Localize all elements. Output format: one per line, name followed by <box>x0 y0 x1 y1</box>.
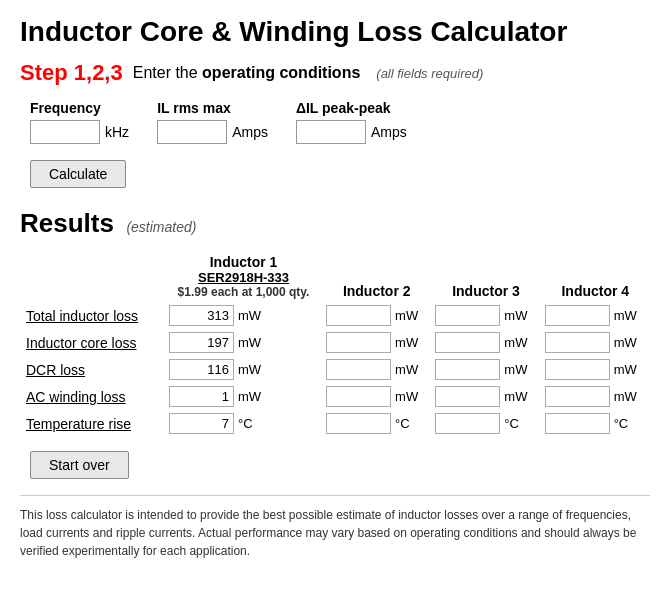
step-label: Step 1,2,3 <box>20 60 123 86</box>
delta-il-label: ΔIL peak-peak <box>296 100 407 116</box>
frequency-group: Frequency 200 kHz <box>30 100 129 144</box>
value-cell-row2-col1: mW <box>322 356 431 383</box>
value-unit-row0-col2: mW <box>504 308 527 323</box>
row-label-4[interactable]: Temperature rise <box>26 416 139 432</box>
row-label-0[interactable]: Total inductor loss <box>26 308 146 324</box>
disclaimer-text: This loss calculator is intended to prov… <box>20 495 650 560</box>
value-input-row1-col2[interactable] <box>435 332 500 353</box>
value-unit-row0-col1: mW <box>395 308 418 323</box>
value-input-row3-col1[interactable] <box>326 386 391 407</box>
value-unit-row4-col2: °C <box>504 416 524 431</box>
il-rms-unit: Amps <box>232 124 268 140</box>
inductor1-price: $1.99 each at 1,000 qty. <box>171 285 316 299</box>
value-input-row2-col1[interactable] <box>326 359 391 380</box>
table-row: Total inductor lossmWmWmWmW <box>20 302 650 329</box>
required-note: (all fields required) <box>376 66 483 81</box>
value-unit-row2-col2: mW <box>504 362 527 377</box>
value-input-row0-col0[interactable] <box>169 305 234 326</box>
value-cell-row0-col3: mW <box>541 302 650 329</box>
row-label-3[interactable]: AC winding loss <box>26 389 134 405</box>
value-input-row3-col0[interactable] <box>169 386 234 407</box>
table-row: Temperature rise°C°C°C°C <box>20 410 650 437</box>
value-unit-row1-col0: mW <box>238 335 261 350</box>
il-rms-label: IL rms max <box>157 100 268 116</box>
col-inductor2-header: Inductor 2 <box>322 251 431 302</box>
value-input-row0-col1[interactable] <box>326 305 391 326</box>
value-input-row2-col2[interactable] <box>435 359 500 380</box>
value-input-row4-col3[interactable] <box>545 413 610 434</box>
row-label-1[interactable]: Inductor core loss <box>26 335 145 351</box>
delta-il-unit: Amps <box>371 124 407 140</box>
value-unit-row3-col1: mW <box>395 389 418 404</box>
delta-il-group: ΔIL peak-peak 3.00 Amps <box>296 100 407 144</box>
value-cell-row4-col2: °C <box>431 410 540 437</box>
value-cell-row1-col0: mW <box>165 329 322 356</box>
value-cell-row1-col1: mW <box>322 329 431 356</box>
value-cell-row3-col0: mW <box>165 383 322 410</box>
value-input-row1-col0[interactable] <box>169 332 234 353</box>
value-cell-row4-col0: °C <box>165 410 322 437</box>
value-cell-row3-col2: mW <box>431 383 540 410</box>
value-unit-row2-col0: mW <box>238 362 261 377</box>
value-input-row4-col2[interactable] <box>435 413 500 434</box>
results-table: Inductor 1 SER2918H-333 $1.99 each at 1,… <box>20 251 650 437</box>
frequency-input[interactable]: 200 <box>30 120 100 144</box>
value-unit-row2-col3: mW <box>614 362 637 377</box>
col-inductor1-header: Inductor 1 SER2918H-333 $1.99 each at 1,… <box>165 251 322 302</box>
value-input-row3-col2[interactable] <box>435 386 500 407</box>
value-unit-row1-col3: mW <box>614 335 637 350</box>
value-cell-row1-col3: mW <box>541 329 650 356</box>
start-over-button[interactable]: Start over <box>30 451 129 479</box>
estimated-label: (estimated) <box>126 219 196 235</box>
value-cell-row2-col3: mW <box>541 356 650 383</box>
value-unit-row3-col2: mW <box>504 389 527 404</box>
value-cell-row2-col0: mW <box>165 356 322 383</box>
value-input-row0-col3[interactable] <box>545 305 610 326</box>
frequency-unit: kHz <box>105 124 129 140</box>
value-unit-row4-col1: °C <box>395 416 415 431</box>
value-input-row2-col0[interactable] <box>169 359 234 380</box>
inductor1-name[interactable]: SER2918H-333 <box>171 270 316 285</box>
value-input-row0-col2[interactable] <box>435 305 500 326</box>
value-unit-row1-col2: mW <box>504 335 527 350</box>
calculate-button[interactable]: Calculate <box>30 160 126 188</box>
il-rms-group: IL rms max 7.10 Amps <box>157 100 268 144</box>
value-cell-row0-col1: mW <box>322 302 431 329</box>
value-cell-row3-col3: mW <box>541 383 650 410</box>
value-unit-row3-col3: mW <box>614 389 637 404</box>
step-description: Enter the operating conditions <box>133 64 361 82</box>
value-cell-row0-col2: mW <box>431 302 540 329</box>
value-input-row1-col1[interactable] <box>326 332 391 353</box>
value-unit-row3-col0: mW <box>238 389 261 404</box>
value-cell-row4-col3: °C <box>541 410 650 437</box>
row-label-header <box>20 251 165 302</box>
value-unit-row0-col3: mW <box>614 308 637 323</box>
col-inductor3-header: Inductor 3 <box>431 251 540 302</box>
value-cell-row0-col0: mW <box>165 302 322 329</box>
value-cell-row1-col2: mW <box>431 329 540 356</box>
value-cell-row4-col1: °C <box>322 410 431 437</box>
value-unit-row2-col1: mW <box>395 362 418 377</box>
table-row: Inductor core lossmWmWmWmW <box>20 329 650 356</box>
value-unit-row4-col3: °C <box>614 416 634 431</box>
value-unit-row1-col1: mW <box>395 335 418 350</box>
frequency-label: Frequency <box>30 100 129 116</box>
value-input-row2-col3[interactable] <box>545 359 610 380</box>
value-cell-row2-col2: mW <box>431 356 540 383</box>
delta-il-input[interactable]: 3.00 <box>296 120 366 144</box>
row-label-2[interactable]: DCR loss <box>26 362 93 378</box>
col-inductor4-header: Inductor 4 <box>541 251 650 302</box>
value-input-row1-col3[interactable] <box>545 332 610 353</box>
il-rms-input[interactable]: 7.10 <box>157 120 227 144</box>
value-unit-row4-col0: °C <box>238 416 258 431</box>
table-row: DCR lossmWmWmWmW <box>20 356 650 383</box>
value-input-row3-col3[interactable] <box>545 386 610 407</box>
value-input-row4-col0[interactable] <box>169 413 234 434</box>
table-row: AC winding lossmWmWmWmW <box>20 383 650 410</box>
results-heading: Results <box>20 208 114 238</box>
value-cell-row3-col1: mW <box>322 383 431 410</box>
value-input-row4-col1[interactable] <box>326 413 391 434</box>
page-title: Inductor Core & Winding Loss Calculator <box>20 16 650 48</box>
value-unit-row0-col0: mW <box>238 308 261 323</box>
